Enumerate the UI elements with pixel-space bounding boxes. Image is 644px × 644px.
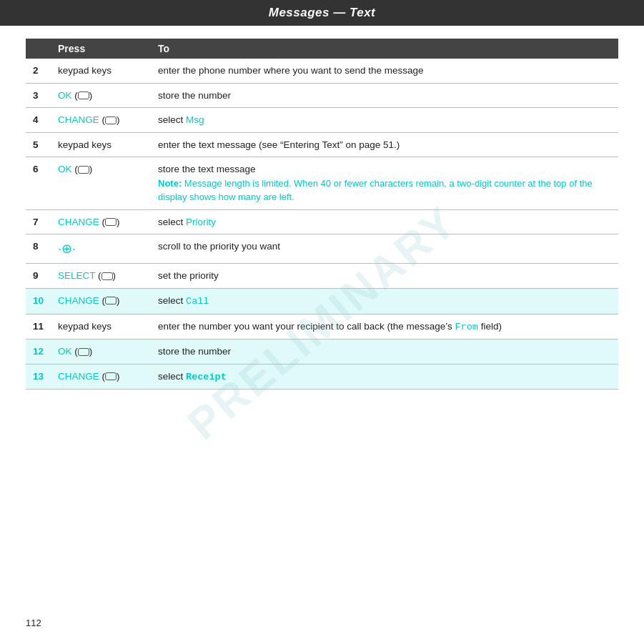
table-row: 8·⊕·scroll to the priority you want: [26, 234, 618, 264]
page-header: Messages — Text: [0, 0, 644, 26]
col-to-header: To: [151, 39, 618, 59]
row-to: select Msg: [151, 108, 618, 133]
table-row: 7CHANGE ()select Priority: [26, 209, 618, 234]
row-to: select Call: [151, 289, 618, 314]
row-press: CHANGE (): [51, 289, 151, 314]
row-press: CHANGE (): [51, 364, 151, 390]
row-press: OK (): [51, 157, 151, 210]
table-row: 12OK ()store the number: [26, 340, 618, 365]
table-row: 3OK ()store the number: [26, 83, 618, 108]
row-num: 8: [26, 234, 51, 264]
row-press: ·⊕·: [51, 234, 151, 264]
row-press: keypad keys: [51, 132, 151, 157]
row-to: scroll to the priority you want: [151, 234, 618, 264]
row-to: store the number: [151, 83, 618, 108]
row-num: 7: [26, 209, 51, 234]
row-to: select Receipt: [151, 364, 618, 390]
row-to: set the priority: [151, 264, 618, 289]
row-press: OK (): [51, 83, 151, 108]
table-row: 5keypad keysenter the text message (see …: [26, 132, 618, 157]
table-row: 10CHANGE ()select Call: [26, 289, 618, 314]
row-num: 5: [26, 132, 51, 157]
row-num: 11: [26, 314, 51, 340]
row-to: enter the text message (see “Entering Te…: [151, 132, 618, 157]
table-row: 6OK ()store the text messageNote: Messag…: [26, 157, 618, 210]
row-press: keypad keys: [51, 59, 151, 83]
row-to: select Priority: [151, 209, 618, 234]
row-num: 9: [26, 264, 51, 289]
row-num: 10: [26, 289, 51, 314]
row-press: CHANGE (): [51, 209, 151, 234]
row-num: 4: [26, 108, 51, 133]
row-press: CHANGE (): [51, 108, 151, 133]
table-row: 4CHANGE ()select Msg: [26, 108, 618, 133]
row-to: store the text messageNote: Message leng…: [151, 157, 618, 210]
table-row: 2keypad keysenter the phone number where…: [26, 59, 618, 83]
row-to: enter the phone number where you want to…: [151, 59, 618, 83]
row-num: 13: [26, 364, 51, 390]
row-to: store the number: [151, 340, 618, 365]
col-num-header: [26, 39, 51, 59]
table-row: 11keypad keysenter the number you want y…: [26, 314, 618, 340]
row-press: keypad keys: [51, 314, 151, 340]
note-text: Note: Message length is limited. When 40…: [158, 177, 611, 204]
page-number: 112: [26, 618, 41, 628]
main-content: Press To 2keypad keysenter the phone num…: [0, 26, 644, 402]
row-num: 3: [26, 83, 51, 108]
row-num: 6: [26, 157, 51, 210]
row-to: enter the number you want your recipient…: [151, 314, 618, 340]
col-press-header: Press: [51, 39, 151, 59]
row-num: 12: [26, 340, 51, 365]
row-press: OK (): [51, 340, 151, 365]
table-row: 9SELECT ()set the priority: [26, 264, 618, 289]
table-row: 13CHANGE ()select Receipt: [26, 364, 618, 390]
row-press: SELECT (): [51, 264, 151, 289]
instruction-table: Press To 2keypad keysenter the phone num…: [26, 39, 618, 390]
table-header-row: Press To: [26, 39, 618, 59]
row-num: 2: [26, 59, 51, 83]
